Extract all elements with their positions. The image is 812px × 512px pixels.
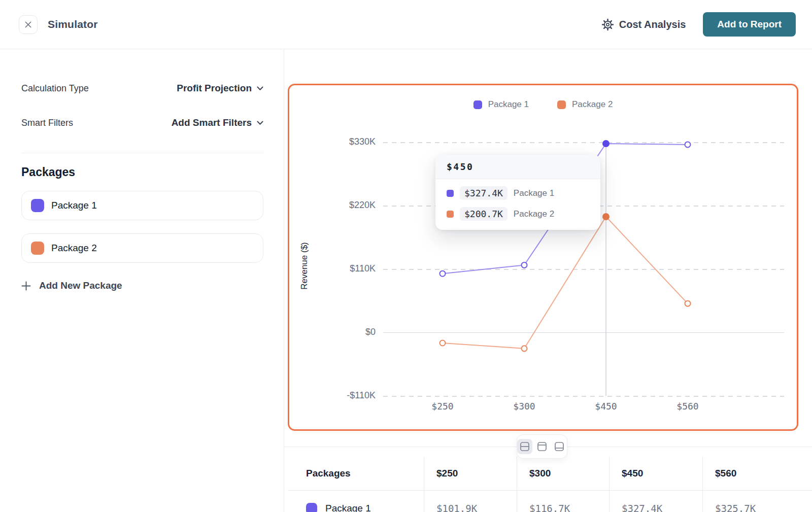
add-to-report-button[interactable]: Add to Report xyxy=(703,12,796,37)
split-view-button[interactable] xyxy=(517,439,532,454)
smart-filters-label: Smart Filters xyxy=(21,118,73,128)
calculation-type-value: Profit Projection xyxy=(177,83,252,94)
package-card-1[interactable]: Package 1 xyxy=(21,191,263,220)
page-title: Simulator xyxy=(48,18,98,30)
table-header-row: Packages $250 $300 $450 $560 xyxy=(288,457,812,491)
package-2-color-swatch xyxy=(31,242,44,255)
tooltip-swatch-package-1 xyxy=(447,190,454,197)
chart-view-button[interactable] xyxy=(534,439,550,454)
package-2-name: Package 2 xyxy=(51,243,97,254)
tooltip-swatch-package-2 xyxy=(447,211,454,218)
tooltip-value: $200.7K xyxy=(460,207,507,221)
column-header-300: $300 xyxy=(517,457,609,490)
smart-filters-value: Add Smart Filters xyxy=(172,117,252,128)
column-header-560: $560 xyxy=(702,457,812,490)
package-1-name: Package 1 xyxy=(51,200,97,211)
chevron-down-icon xyxy=(257,121,263,125)
table-view-button[interactable] xyxy=(552,439,567,454)
split-view-icon xyxy=(519,441,530,452)
row-package-name: Package 1 xyxy=(325,503,371,512)
chart-view-icon xyxy=(536,441,548,452)
chevron-down-icon xyxy=(257,86,263,91)
calculation-type-label: Calculation Type xyxy=(21,83,89,94)
tooltip-value: $327.4K xyxy=(460,186,507,200)
app-header: Simulator Cost Analysis Add to Report xyxy=(0,0,812,49)
tooltip-label: Package 2 xyxy=(514,209,554,219)
column-header-packages: Packages xyxy=(288,457,424,490)
packages-heading: Packages xyxy=(21,164,263,180)
close-icon xyxy=(25,21,31,28)
calculation-type-dropdown[interactable]: Profit Projection xyxy=(177,83,263,94)
cost-analysis-label: Cost Analysis xyxy=(619,19,686,30)
tooltip-title: $450 xyxy=(435,155,600,179)
chart-tooltip: $450 $327.4K Package 1 $200.7K Package 2 xyxy=(435,155,600,230)
settings-panel: Calculation Type Profit Projection Smart… xyxy=(0,49,284,512)
cell-value: $325.7K xyxy=(702,491,812,512)
view-layout-toolbar xyxy=(517,434,567,459)
tooltip-row-package-2: $200.7K Package 2 xyxy=(447,207,589,221)
table-view-icon xyxy=(554,441,565,452)
cell-value: $116.7K xyxy=(517,491,609,512)
package-card-2[interactable]: Package 2 xyxy=(21,233,263,263)
cell-value: $101.9K xyxy=(424,491,517,512)
close-button[interactable] xyxy=(19,15,38,34)
package-1-color-swatch xyxy=(31,199,44,212)
results-table: Packages $250 $300 $450 $560 Package 1 $… xyxy=(288,457,812,512)
column-header-250: $250 xyxy=(424,457,517,490)
plus-icon xyxy=(21,281,31,291)
tooltip-label: Package 1 xyxy=(514,188,554,198)
column-header-450: $450 xyxy=(609,457,702,490)
line-chart-plot[interactable] xyxy=(289,85,800,432)
calculation-type-row: Calculation Type Profit Projection xyxy=(21,83,263,94)
smart-filters-dropdown[interactable]: Add Smart Filters xyxy=(172,117,263,128)
tooltip-row-package-1: $327.4K Package 1 xyxy=(447,186,589,200)
gear-icon xyxy=(601,18,614,31)
panel-divider xyxy=(21,153,263,153)
simulation-area: Package 1 Package 2 $330K $220K $110K $0… xyxy=(284,49,812,512)
row-swatch-package-1 xyxy=(306,503,317,512)
revenue-chart-card[interactable]: Package 1 Package 2 $330K $220K $110K $0… xyxy=(288,84,798,431)
cell-value: $327.4K xyxy=(609,491,702,512)
cost-analysis-button[interactable]: Cost Analysis xyxy=(601,18,686,31)
add-new-package-label: Add New Package xyxy=(39,280,122,291)
add-new-package-button[interactable]: Add New Package xyxy=(21,280,263,291)
table-row-package-1[interactable]: Package 1 $101.9K $116.7K $327.4K $325.7… xyxy=(288,491,812,512)
smart-filters-row: Smart Filters Add Smart Filters xyxy=(21,117,263,128)
